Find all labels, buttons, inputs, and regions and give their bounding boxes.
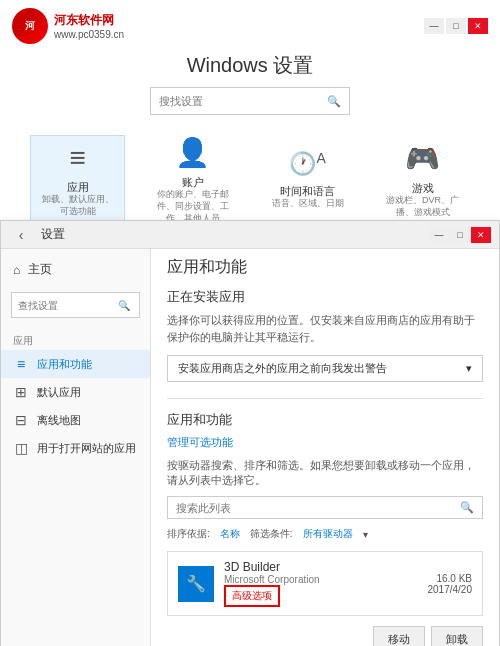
home-icon: ⌂ [13, 263, 20, 277]
time-sublabel: 语音、区域、日期 [272, 198, 344, 210]
watermark-text: 河东软件网 www.pc0359.cn [54, 12, 124, 40]
top-search-bar[interactable]: 🔍 [150, 87, 350, 115]
sidebar-section-label: 应用 [1, 328, 150, 350]
gaming-sublabel: 游戏栏、DVR、广播、游戏模式 [383, 195, 462, 218]
install-description: 选择你可以获得应用的位置。仅安装来自应用商店的应用有助于保护你的电脑并让其平稳运… [167, 312, 483, 345]
settings-icon-apps[interactable]: ≡ 应用 卸载、默认应用、可选功能 [30, 135, 125, 225]
web-apps-label: 用于打开网站的应用 [37, 441, 136, 456]
bottom-minimize-button[interactable]: — [429, 227, 449, 243]
time-icon: 🕐A [289, 150, 325, 177]
settings-main-title: Windows 设置 [0, 52, 500, 79]
apps-features-icon: ≡ [13, 356, 29, 372]
accounts-sublabel: 你的账户、电子邮件、同步设置、工作、其他人员 [153, 189, 232, 224]
app-size: 16.0 KB [428, 573, 473, 584]
sidebar-item-offline-maps[interactable]: ⊟ 离线地图 [1, 406, 150, 434]
top-search-icon: 🔍 [327, 95, 341, 108]
app-name: 3D Builder [224, 560, 428, 574]
filter-arrow-icon: ▾ [363, 529, 368, 540]
main-content: 应用和功能 正在安装应用 选择你可以获得应用的位置。仅安装来自应用商店的应用有助… [151, 221, 499, 646]
apps-features-label: 应用和功能 [37, 357, 92, 372]
sidebar-search-input[interactable] [18, 300, 118, 311]
settings-icon-gaming[interactable]: 🎮 游戏 游戏栏、DVR、广播、游戏模式 [375, 135, 470, 225]
page-title: 应用和功能 [167, 257, 483, 278]
bottom-titlebar: ‹ 设置 — □ ✕ [1, 221, 499, 249]
apps-search-bar[interactable]: 🔍 [167, 496, 483, 519]
app-info: 3D Builder Microsoft Corporation 高级选项 [224, 560, 428, 607]
top-settings-screen: 河 河东软件网 www.pc0359.cn — □ ✕ Windows 设置 🔍… [0, 0, 500, 220]
top-minimize-button[interactable]: — [424, 18, 444, 34]
bottom-detail-window: ‹ 设置 — □ ✕ ⌂ 主页 🔍 应用 ≡ 应用和功能 ⊞ 默认应用 ⊟ 离线… [0, 220, 500, 646]
top-header: 河 河东软件网 www.pc0359.cn — □ ✕ [0, 0, 500, 48]
sidebar-search-icon: 🔍 [118, 300, 130, 311]
move-button[interactable]: 移动 [373, 626, 425, 646]
offline-maps-icon: ⊟ [13, 412, 29, 428]
apps-section-title: 应用和功能 [167, 411, 483, 429]
web-apps-icon: ◫ [13, 440, 29, 456]
sort-label: 排序依据: [167, 527, 210, 541]
accounts-icon: 👤 [175, 136, 210, 169]
install-section-title: 正在安装应用 [167, 288, 483, 306]
bottom-window-controls: — □ ✕ [429, 227, 491, 243]
gaming-label: 游戏 [412, 181, 434, 195]
filter-value[interactable]: 所有驱动器 [303, 527, 353, 541]
accounts-label: 账户 [182, 175, 204, 189]
settings-title-row: Windows 设置 [0, 48, 500, 87]
settings-icon-time[interactable]: 🕐A 时间和语言 语音、区域、日期 [260, 135, 355, 225]
app-meta: 16.0 KB 2017/4/20 [428, 573, 473, 595]
section-divider [167, 398, 483, 399]
bottom-close-button[interactable]: ✕ [471, 227, 491, 243]
apps-search-input[interactable] [176, 502, 460, 514]
app-date: 2017/4/20 [428, 584, 473, 595]
sidebar-item-web-apps[interactable]: ◫ 用于打开网站的应用 [1, 434, 150, 462]
filter-description: 按驱动器搜索、排序和筛选。如果您想要卸载或移动一个应用，请从列表中选择它。 [167, 458, 483, 488]
time-label: 时间和语言 [280, 184, 335, 198]
bottom-action-row: 移动 卸载 [167, 626, 483, 646]
top-search-container: 🔍 [0, 87, 500, 115]
top-search-input[interactable] [159, 95, 327, 107]
settings-icons-grid: ≡ 应用 卸载、默认应用、可选功能 👤 账户 你的账户、电子邮件、同步设置、工作… [0, 127, 500, 233]
filter-label: 筛选条件: [250, 527, 293, 541]
bottom-window-title: 设置 [41, 226, 65, 243]
advanced-options-button[interactable]: 高级选项 [224, 585, 280, 607]
settings-icon-accounts[interactable]: 👤 账户 你的账户、电子邮件、同步设置、工作、其他人员 [145, 135, 240, 225]
manage-optional-link[interactable]: 管理可选功能 [167, 435, 483, 450]
apps-label: 应用 [67, 180, 89, 194]
install-dropdown-arrow: ▾ [466, 362, 472, 375]
sidebar-search-bar[interactable]: 🔍 [11, 292, 140, 318]
top-close-button[interactable]: ✕ [468, 18, 488, 34]
app-publisher: Microsoft Corporation [224, 574, 428, 585]
sidebar: ⌂ 主页 🔍 应用 ≡ 应用和功能 ⊞ 默认应用 ⊟ 离线地图 ◫ 用于打开网站… [1, 221, 151, 646]
default-apps-icon: ⊞ [13, 384, 29, 400]
uninstall-button[interactable]: 卸载 [431, 626, 483, 646]
watermark-logo: 河 [12, 8, 48, 44]
sidebar-item-apps-features[interactable]: ≡ 应用和功能 [1, 350, 150, 378]
top-window-controls: — □ ✕ [424, 18, 488, 34]
home-label: 主页 [28, 261, 52, 278]
offline-maps-label: 离线地图 [37, 413, 81, 428]
bottom-maximize-button[interactable]: □ [450, 227, 470, 243]
apps-icon: ≡ [69, 142, 85, 174]
sort-value[interactable]: 名称 [220, 527, 240, 541]
watermark: 河 河东软件网 www.pc0359.cn [12, 8, 124, 44]
sidebar-home[interactable]: ⌂ 主页 [1, 253, 150, 286]
install-dropdown[interactable]: 安装应用商店之外的应用之前向我发出警告 ▾ [167, 355, 483, 382]
default-apps-label: 默认应用 [37, 385, 81, 400]
app-icon-symbol: 🔧 [186, 574, 206, 593]
app-row-3dbuilder[interactable]: 🔧 3D Builder Microsoft Corporation 高级选项 … [167, 551, 483, 616]
back-button[interactable]: ‹ [9, 223, 33, 247]
apps-search-icon: 🔍 [460, 501, 474, 514]
gaming-icon: 🎮 [405, 142, 440, 175]
sidebar-item-default-apps[interactable]: ⊞ 默认应用 [1, 378, 150, 406]
app-icon-3dbuilder: 🔧 [178, 566, 214, 602]
apps-sublabel: 卸载、默认应用、可选功能 [39, 194, 116, 217]
top-maximize-button[interactable]: □ [446, 18, 466, 34]
sort-filter-row: 排序依据: 名称 筛选条件: 所有驱动器 ▾ [167, 527, 483, 541]
install-dropdown-label: 安装应用商店之外的应用之前向我发出警告 [178, 361, 387, 376]
